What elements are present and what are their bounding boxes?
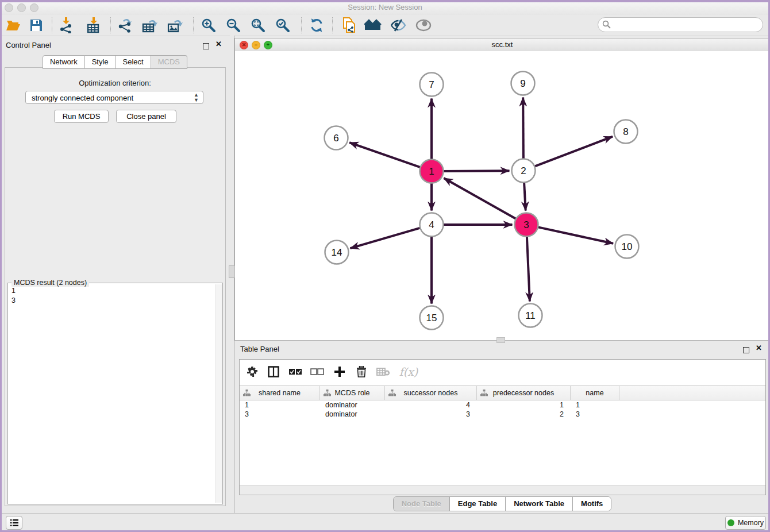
graph-edge-2-8[interactable] (533, 137, 613, 167)
table-cell[interactable]: 1 (571, 400, 619, 410)
graph-node-1[interactable]: 1 (420, 160, 444, 183)
table-cell[interactable]: 3 (240, 410, 320, 419)
table-panel-body: f(x) shared nameMCDS rolesuccessor nodes… (239, 359, 766, 495)
graph-node-8[interactable]: 8 (614, 120, 638, 144)
zoom-in-button[interactable] (200, 17, 217, 33)
table-cell[interactable]: 1 (240, 400, 320, 410)
column-header-MCDS-role[interactable]: MCDS role (320, 386, 385, 400)
network-window-title: scc.txt (235, 38, 769, 51)
graph-edge-2-9[interactable] (523, 98, 523, 160)
graph-node-4[interactable]: 4 (420, 213, 444, 237)
close-window-icon[interactable] (5, 3, 13, 12)
network-close-icon[interactable]: ✕ (240, 41, 248, 49)
duplicate-network-button[interactable] (340, 17, 357, 33)
zoom-out-button[interactable] (225, 17, 242, 33)
zoom-selected-button[interactable] (274, 17, 291, 33)
graph-edge-1-6[interactable] (349, 142, 421, 168)
float-table-panel-icon[interactable] (743, 346, 749, 356)
export-table-button[interactable] (141, 17, 159, 33)
graph-edge-4-14[interactable] (351, 228, 422, 248)
table-cell[interactable]: dominator (320, 400, 385, 410)
tab-mcds[interactable]: MCDS (151, 55, 187, 69)
run-mcds-button[interactable]: Run MCDS (54, 110, 109, 123)
horizontal-splitter-grip[interactable] (496, 337, 505, 343)
table-row[interactable]: 3dominator323 (240, 410, 765, 419)
column-header-successor-nodes[interactable]: successor nodes (385, 386, 477, 400)
float-panel-icon[interactable] (203, 42, 209, 52)
select-all-columns-button[interactable] (287, 364, 303, 379)
deselect-all-columns-button[interactable] (309, 364, 325, 379)
minimize-window-icon[interactable] (17, 3, 26, 12)
toolbar-separator (301, 17, 302, 33)
graph-node-14[interactable]: 14 (325, 241, 349, 264)
column-header-shared-name[interactable]: shared name (240, 386, 320, 400)
tab-node-table[interactable]: Node Table (394, 497, 449, 511)
graph-node-2[interactable]: 2 (512, 159, 536, 183)
table-settings-button[interactable] (244, 364, 260, 379)
hide-selected-button[interactable] (390, 17, 407, 33)
tab-network-table[interactable]: Network Table (505, 497, 572, 511)
zoom-window-icon[interactable] (30, 3, 38, 12)
tab-style[interactable]: Style (85, 55, 116, 69)
vertical-splitter-grip[interactable] (229, 265, 235, 278)
column-header-name[interactable]: name (571, 386, 619, 400)
table-cell[interactable]: 2 (477, 410, 571, 419)
show-eye-button[interactable] (415, 17, 432, 33)
table-hscroll-area[interactable] (240, 485, 765, 495)
show-log-button[interactable] (6, 516, 22, 530)
graph-edge-3-11[interactable] (527, 236, 530, 302)
apply-layout-button[interactable] (308, 17, 325, 33)
graph-node-7[interactable]: 7 (420, 73, 444, 97)
network-window-titlebar[interactable]: ✕ − + scc.txt (235, 38, 769, 52)
delete-column-button[interactable] (353, 364, 369, 379)
graph-node-6[interactable]: 6 (325, 126, 348, 150)
criterion-dropdown[interactable]: strongly connected component ▲▼ (25, 91, 203, 104)
graph-edge-3-10[interactable] (537, 227, 613, 244)
function-builder-button[interactable]: f(x) (397, 364, 420, 379)
graph-node-10[interactable]: 10 (615, 235, 639, 259)
export-network-button[interactable] (117, 17, 134, 33)
graph-node-11[interactable]: 11 (519, 304, 542, 327)
toggle-panel-layout-button[interactable] (265, 364, 282, 379)
tab-network[interactable]: Network (43, 55, 85, 69)
graph-node-15[interactable]: 15 (420, 306, 444, 330)
network-minimize-icon[interactable]: − (252, 41, 260, 49)
list-icon (10, 519, 19, 527)
import-table-button[interactable] (85, 17, 102, 33)
graph-edge-1-2[interactable] (442, 171, 510, 171)
graph-node-9[interactable]: 9 (511, 72, 535, 95)
graph-edge-2-3[interactable] (524, 182, 526, 211)
table-cell[interactable]: 3 (385, 410, 477, 419)
table-cell[interactable]: dominator (320, 410, 385, 419)
result-scrollbar[interactable] (215, 284, 222, 503)
import-network-button[interactable] (57, 17, 75, 33)
tab-motifs[interactable]: Motifs (572, 497, 611, 511)
table-cell[interactable]: 1 (477, 400, 571, 410)
close-table-panel-icon[interactable]: ✕ (756, 344, 762, 352)
zoom-fit-button[interactable] (249, 17, 267, 33)
column-header-predecessor-nodes[interactable]: predecessor nodes (477, 386, 571, 400)
export-image-button[interactable] (167, 17, 184, 33)
table-cell[interactable]: 3 (571, 410, 619, 419)
save-disk-icon (29, 18, 43, 32)
table-row[interactable]: 1dominator411 (240, 400, 765, 410)
open-session-button[interactable] (5, 17, 22, 33)
close-panel-button[interactable]: Close panel (116, 110, 176, 123)
network-graph: 7968124314101511 (235, 51, 769, 340)
graph-node-3[interactable]: 3 (515, 213, 538, 237)
show-all-button[interactable] (364, 17, 382, 33)
close-panel-icon[interactable]: ✕ (215, 40, 222, 48)
window-controls[interactable] (5, 3, 43, 14)
graph-edge-3-1[interactable] (444, 178, 517, 219)
search-input[interactable] (598, 17, 763, 32)
mcds-result-list[interactable]: 1 3 (8, 285, 215, 504)
save-session-button[interactable] (28, 17, 45, 33)
network-maximize-icon[interactable]: + (264, 41, 272, 49)
table-cell[interactable]: 4 (385, 400, 477, 410)
create-column-button[interactable] (332, 364, 348, 379)
network-canvas[interactable]: 7968124314101511 (235, 51, 769, 340)
tab-select[interactable]: Select (116, 55, 151, 69)
delete-table-button[interactable] (375, 364, 391, 379)
memory-button[interactable]: Memory (725, 516, 766, 530)
tab-edge-table[interactable]: Edge Table (449, 497, 505, 511)
